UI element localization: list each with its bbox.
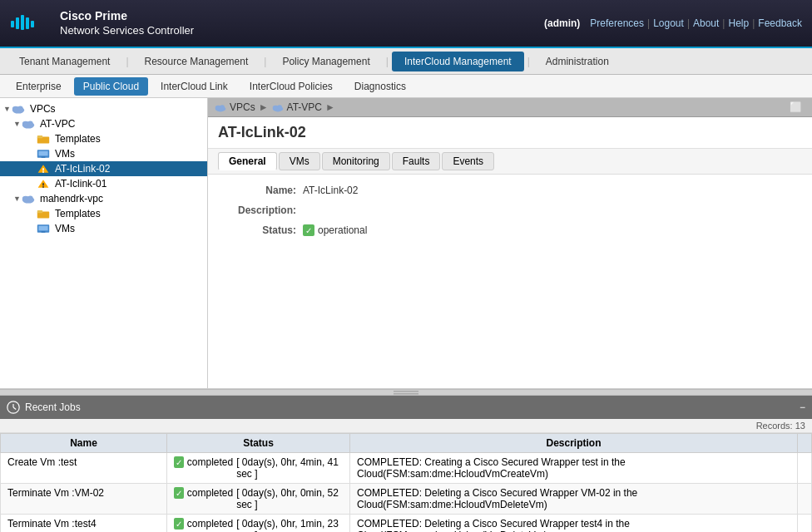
tab-intercloud[interactable]: InterCloud Management — [392, 52, 524, 71]
main-content: ▼ VPCs ▼ AT-VPC Templat — [0, 98, 812, 389]
jobs-title: Recent Jobs — [25, 401, 81, 413]
job-desc-1: COMPLETED: Deleting a Cisco Secured Wrap… — [350, 484, 798, 515]
job-status-cell-2: ✓ completed [ 0day(s), 0hr, 1min, 23 sec… — [174, 518, 343, 532]
feedback-link[interactable]: Feedback — [758, 17, 802, 29]
logout-link[interactable]: Logout — [653, 17, 684, 29]
tree-item-templates1[interactable]: Templates — [0, 131, 207, 146]
tree-item-mahendrvpc[interactable]: ▼ mahendrk-vpc — [0, 191, 207, 206]
detail-tab-vms[interactable]: VMs — [279, 152, 320, 170]
svg-rect-36 — [394, 391, 418, 392]
help-link[interactable]: Help — [728, 17, 749, 29]
scroll-col-header — [798, 434, 812, 453]
job-check-icon-0: ✓ — [174, 456, 184, 468]
table-row: Create Vm :test ✓ completed [ 0day(s), 0… — [1, 453, 812, 484]
jobs-collapse-icon[interactable]: − — [800, 401, 805, 413]
svg-rect-26 — [37, 210, 42, 213]
preferences-link[interactable]: Preferences — [590, 17, 644, 29]
atvpc-breadcrumb-icon — [272, 103, 284, 112]
records-label: Records: — [756, 421, 793, 431]
tree-panel: ▼ VPCs ▼ AT-VPC Templat — [0, 98, 208, 388]
tree-root-label: VPCs — [30, 103, 56, 115]
expand-atvpc-icon: ▼ — [13, 120, 21, 128]
job-status-cell-1: ✓ completed [ 0day(s), 0hr, 0min, 52 sec… — [174, 487, 343, 510]
breadcrumb-atvpc[interactable]: AT-VPC — [287, 101, 322, 113]
subtab-public-cloud[interactable]: Public Cloud — [74, 77, 148, 96]
detail-tab-general[interactable]: General — [218, 152, 277, 170]
vm-icon — [37, 149, 50, 159]
detail-tabs: General VMs Monitoring Faults Events — [208, 149, 812, 175]
cloud-icon — [22, 119, 35, 129]
clock-icon — [7, 401, 20, 414]
svg-point-10 — [27, 121, 32, 126]
sub-nav: Enterprise Public Cloud InterCloud Link … — [0, 75, 812, 98]
tab-policy[interactable]: Policy Management — [270, 52, 382, 71]
svg-rect-14 — [38, 151, 47, 156]
app-header: Cisco Prime Network Services Controller … — [0, 0, 812, 48]
table-row: Terminate Vm :test4 ✓ completed [ 0day(s… — [1, 515, 812, 533]
jobs-table: Name Status Description Create Vm :test … — [0, 433, 812, 532]
tree-item-aticlink01[interactable]: AT-Iclink-01 — [0, 176, 207, 191]
jobs-records-bar: Records: 13 — [0, 419, 812, 433]
desc-label: Description: — [221, 204, 296, 216]
subtab-iclink[interactable]: InterCloud Link — [151, 77, 237, 96]
records-count: 13 — [795, 421, 805, 431]
job-desc-2: COMPLETED: Deleting a Cisco Secured Wrap… — [350, 515, 798, 533]
tree-item-vms2[interactable]: VMs — [0, 221, 207, 236]
folder-icon — [37, 133, 50, 145]
detail-body: Name: AT-IcLink-02 Description: Status: … — [208, 175, 812, 254]
tab-resource[interactable]: Resource Management — [132, 52, 261, 71]
svg-rect-15 — [42, 156, 46, 158]
job-name-0: Create Vm :test — [1, 453, 167, 484]
app-title: Cisco Prime Network Services Controller — [60, 8, 194, 37]
folder-icon — [37, 208, 50, 219]
collapse-button[interactable]: ⬜ — [786, 101, 805, 113]
tree-item-aticlink02[interactable]: AT-IcLink-02 — [0, 161, 207, 176]
subtab-diagnostics[interactable]: Diagnostics — [345, 77, 415, 96]
desc-field-row: Description: — [221, 204, 799, 216]
svg-point-32 — [220, 105, 225, 109]
svg-rect-20 — [42, 183, 44, 185]
name-value: AT-IcLink-02 — [303, 185, 358, 196]
tree-item-atvpc[interactable]: ▼ AT-VPC — [0, 116, 207, 131]
tree-label-vms1: VMs — [55, 148, 75, 160]
about-link[interactable]: About — [693, 17, 719, 29]
detail-tab-monitoring[interactable]: Monitoring — [322, 152, 390, 170]
svg-rect-0 — [11, 21, 14, 27]
detail-tab-faults[interactable]: Faults — [392, 152, 441, 170]
svg-point-24 — [27, 195, 32, 200]
job-scroll-1 — [798, 484, 812, 515]
resize-handle[interactable] — [0, 389, 812, 396]
subtab-icpolicies[interactable]: InterCloud Policies — [240, 77, 342, 96]
job-check-icon-2: ✓ — [174, 518, 184, 530]
link-icon — [37, 178, 50, 190]
tree-label-templates1: Templates — [55, 133, 101, 145]
breadcrumb-vpcs[interactable]: VPCs — [230, 101, 255, 113]
col-header-status: Status — [167, 434, 350, 453]
svg-point-35 — [277, 105, 282, 109]
tab-tenant[interactable]: Tenant Management — [7, 52, 122, 71]
tree-item-vpcs[interactable]: ▼ VPCs — [0, 101, 207, 116]
job-name-2: Terminate Vm :test4 — [1, 515, 167, 533]
tree-item-templates2[interactable]: Templates — [0, 206, 207, 221]
table-row: Terminate Vm :VM-02 ✓ completed [ 0day(s… — [1, 484, 812, 515]
tab-admin[interactable]: Administration — [533, 52, 621, 71]
status-check-icon: ✓ — [303, 224, 314, 236]
job-status-1: ✓ completed [ 0day(s), 0hr, 0min, 52 sec… — [167, 484, 350, 515]
job-name-1: Terminate Vm :VM-02 — [1, 484, 167, 515]
job-desc-0: COMPLETED: Creating a Cisco Secured Wrap… — [350, 453, 798, 484]
detail-panel: VPCs ► AT-VPC ► ⬜ AT-IcLink-02 General V… — [208, 98, 812, 388]
expand-icon: ▼ — [3, 105, 11, 113]
drag-handle-icon — [394, 390, 418, 395]
detail-tab-events[interactable]: Events — [442, 152, 494, 170]
status-value: operational — [318, 224, 367, 236]
tree-item-vms1[interactable]: VMs — [0, 146, 207, 161]
job-status-cell-0: ✓ completed [ 0day(s), 0hr, 4min, 41 sec… — [174, 456, 343, 480]
subtab-enterprise[interactable]: Enterprise — [7, 77, 71, 96]
svg-point-21 — [42, 186, 44, 188]
cloud-icon — [12, 104, 25, 114]
svg-rect-4 — [31, 21, 34, 27]
col-header-name: Name — [1, 434, 167, 453]
jobs-header: Recent Jobs − — [0, 396, 812, 419]
bottom-panel: Recent Jobs − Records: 13 Name Status De… — [0, 396, 812, 532]
job-status-0: ✓ completed [ 0day(s), 0hr, 4min, 41 sec… — [167, 453, 350, 484]
